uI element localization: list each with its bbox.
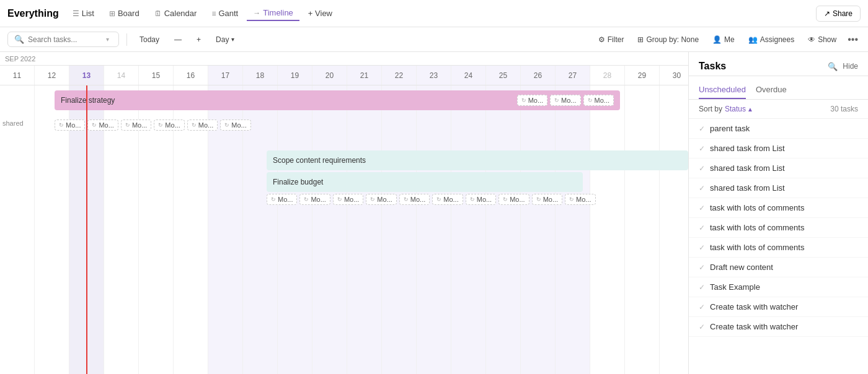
date-header: 1112131415161718192021222324252627282930 xyxy=(0,66,688,85)
task-name: task with lots of comments xyxy=(710,203,804,212)
group-by-label: Group by: None xyxy=(646,35,699,44)
task-list-item[interactable]: ✓ shared task from List xyxy=(689,159,868,178)
day-dropdown-icon: ▾ xyxy=(231,36,234,43)
finalize-budget-bar[interactable]: Finalize budget xyxy=(267,172,583,192)
top-chips-row: ↻Mo... ↻Mo... ↻Mo... ↻Mo... ↻Mo... ↻Mo..… xyxy=(55,120,251,131)
search-input[interactable] xyxy=(28,35,102,44)
sort-label: Sort by xyxy=(699,105,722,113)
check-icon: ✓ xyxy=(699,144,705,153)
minus-button[interactable]: — xyxy=(169,33,187,46)
sub-chip-9[interactable]: ↻Mo... xyxy=(532,194,562,205)
task-list-item[interactable]: ✓ parent task xyxy=(689,119,868,139)
check-icon: ✓ xyxy=(699,323,705,331)
search-box[interactable]: 🔍 ▾ xyxy=(7,32,119,47)
scope-content-bar[interactable]: Scope content requirements xyxy=(267,150,688,170)
top-chip-6[interactable]: ↻Mo... xyxy=(220,120,250,131)
nav-add-view[interactable]: + View xyxy=(302,6,339,20)
date-cell-13: 13 xyxy=(69,66,104,85)
tab-unscheduled[interactable]: Unscheduled xyxy=(699,81,746,99)
sub-chip-2[interactable]: ↻Mo... xyxy=(299,194,330,205)
more-button[interactable]: ••• xyxy=(845,32,861,48)
date-cell-26: 26 xyxy=(521,66,556,85)
nav-timeline[interactable]: → Timeline xyxy=(247,6,299,21)
sub-chip-6[interactable]: ↻Mo... xyxy=(432,194,463,205)
share-icon: ↗ xyxy=(824,9,830,18)
date-cell-30: 30 xyxy=(660,66,688,85)
date-cell-20: 20 xyxy=(312,66,347,85)
nav-calendar[interactable]: 🗓 Calendar xyxy=(148,6,203,20)
date-cell-29: 29 xyxy=(625,66,660,85)
sub-chips-row: ↻Mo... ↻Mo... ↻Mo... ↻Mo... ↻Mo... ↻Mo..… xyxy=(267,194,596,205)
top-chip-4[interactable]: ↻Mo... xyxy=(154,120,184,131)
timeline-area: SEP 2022 1112131415161718192021222324252… xyxy=(0,52,688,374)
top-chip-2[interactable]: ↻Mo... xyxy=(87,120,118,131)
sub-chip-1[interactable]: ↻Mo... xyxy=(267,194,297,205)
nav-list-label: List xyxy=(82,9,94,18)
task-list-item[interactable]: ✓ Draft new content xyxy=(689,258,868,277)
tab-overdue[interactable]: Overdue xyxy=(756,81,787,99)
finalize-strategy-bar[interactable]: Finalize strategy ↻Mo... ↻Mo... ↻Mo... xyxy=(55,90,620,110)
filter-button[interactable]: ⚙ Filter xyxy=(593,33,629,46)
overflow-chip-1[interactable]: ↻Mo... xyxy=(517,95,547,106)
overflow-chip-3[interactable]: ↻Mo... xyxy=(583,95,614,106)
task-list: ✓ parent task✓ shared task from List✓ sh… xyxy=(689,119,868,374)
timeline-body: Finalize strategy ↻Mo... ↻Mo... ↻Mo... s… xyxy=(0,85,688,374)
sub-chip-4[interactable]: ↻Mo... xyxy=(366,194,396,205)
share-label: Share xyxy=(833,9,852,18)
nav-timeline-label: Timeline xyxy=(263,8,293,17)
top-chip-1[interactable]: ↻Mo... xyxy=(55,120,85,131)
date-cell-22: 22 xyxy=(382,66,417,85)
task-list-item[interactable]: ✓ task with lots of comments xyxy=(689,198,868,218)
right-panel: Tasks 🔍 Hide Unscheduled Overdue Sort by… xyxy=(688,52,868,374)
panel-hide-button[interactable]: Hide xyxy=(843,62,858,71)
nav-list[interactable]: ☰ List xyxy=(66,6,100,20)
top-chip-5[interactable]: ↻Mo... xyxy=(187,120,218,131)
finalize-budget-label: Finalize budget xyxy=(273,178,323,186)
me-button[interactable]: 👤 Me xyxy=(707,33,740,46)
sub-chip-3[interactable]: ↻Mo... xyxy=(333,194,363,205)
task-list-item[interactable]: ✓ shared task from List xyxy=(689,139,868,159)
task-list-item[interactable]: ✓ Create task with watcher xyxy=(689,317,868,337)
task-name: task with lots of comments xyxy=(710,223,804,232)
assignees-button[interactable]: 👥 Assignees xyxy=(743,33,799,46)
assignees-icon: 👥 xyxy=(748,35,758,44)
date-cell-15: 15 xyxy=(139,66,174,85)
date-cell-16: 16 xyxy=(174,66,208,85)
sub-chip-7[interactable]: ↻Mo... xyxy=(466,194,496,205)
date-cell-24: 24 xyxy=(451,66,486,85)
day-button[interactable]: Day ▾ xyxy=(211,33,239,46)
check-icon: ✓ xyxy=(699,263,705,272)
task-list-item[interactable]: ✓ task with lots of comments xyxy=(689,238,868,258)
nav-board[interactable]: ⊞ Board xyxy=(103,6,146,20)
plus-button[interactable]: + xyxy=(192,33,206,46)
board-icon: ⊞ xyxy=(109,9,115,18)
shared-label: shared xyxy=(2,120,24,127)
task-list-item[interactable]: ✓ Create task with watcher xyxy=(689,297,868,317)
today-line xyxy=(86,85,87,374)
panel-search-icon[interactable]: 🔍 xyxy=(828,62,838,71)
panel-title: Tasks xyxy=(699,61,828,72)
scope-content-label: Scope content requirements xyxy=(273,156,366,165)
top-chip-3[interactable]: ↻Mo... xyxy=(121,120,151,131)
check-icon: ✓ xyxy=(699,124,705,133)
show-button[interactable]: 👁 Show xyxy=(803,33,841,46)
sub-chip-10[interactable]: ↻Mo... xyxy=(565,194,595,205)
task-list-item[interactable]: ✓ Task Example xyxy=(689,277,868,297)
list-icon: ☰ xyxy=(73,9,79,18)
sub-chip-5[interactable]: ↻Mo... xyxy=(399,194,430,205)
nav-gantt[interactable]: ≡ Gantt xyxy=(205,6,244,20)
search-dropdown-icon[interactable]: ▾ xyxy=(106,36,109,43)
task-name: shared task from List xyxy=(710,144,785,153)
panel-tabs: Unscheduled Overdue xyxy=(689,76,868,100)
today-button[interactable]: Today xyxy=(135,33,164,46)
sub-chip-8[interactable]: ↻Mo... xyxy=(498,194,529,205)
filter-label: Filter xyxy=(608,35,624,44)
overflow-chip-2[interactable]: ↻Mo... xyxy=(550,95,580,106)
task-list-item[interactable]: ✓ shared task from List xyxy=(689,178,868,198)
share-button[interactable]: ↗ Share xyxy=(816,6,861,22)
task-list-item[interactable]: ✓ task with lots of comments xyxy=(689,218,868,238)
task-name: Create task with watcher xyxy=(710,322,798,331)
group-by-button[interactable]: ⊞ Group by: None xyxy=(632,33,704,46)
sort-status[interactable]: Status xyxy=(725,105,746,113)
calendar-icon: 🗓 xyxy=(154,9,162,18)
